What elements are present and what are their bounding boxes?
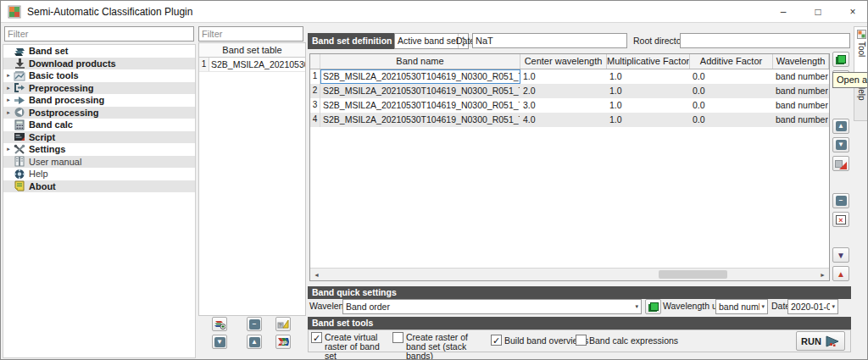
sidebar-item-script[interactable]: Script: [3, 131, 195, 144]
scroll-right-icon[interactable]: ►: [816, 272, 829, 278]
tab-tool[interactable]: Tool: [854, 26, 868, 75]
script-icon: [14, 131, 25, 142]
wavelength-unit-combobox[interactable]: band number ▾: [715, 299, 768, 314]
expand-arrow-icon[interactable]: ▸: [3, 109, 14, 116]
date-field[interactable]: [472, 33, 627, 48]
col-band-name[interactable]: Band name: [320, 54, 520, 69]
maximize-button[interactable]: □: [804, 1, 832, 23]
cell-additive-factor[interactable]: 0.0: [690, 84, 773, 98]
import-band-set-button[interactable]: ▼: [832, 247, 849, 263]
sidebar-item-help[interactable]: Help: [3, 168, 195, 180]
checkbox-icon[interactable]: ✓: [311, 332, 322, 343]
sidebar-filter-input[interactable]: [4, 26, 194, 42]
table-row[interactable]: 4 S2B_MSIL2A_20210530T104619_N0300_R051_…: [310, 113, 829, 127]
open-file-button[interactable]: [832, 52, 849, 67]
checkbox-icon[interactable]: ✓: [491, 335, 502, 346]
chevron-down-icon: ▾: [635, 303, 638, 310]
sidebar-item-preprocessing[interactable]: ▸ Preprocessing: [3, 82, 195, 95]
cell-additive-factor[interactable]: 0.0: [690, 113, 773, 127]
cell-wavelength[interactable]: band number: [773, 98, 829, 113]
help-icon: [14, 169, 25, 180]
create-virtual-raster-checkbox[interactable]: ✓ Create virtual raster of band set: [311, 332, 389, 360]
sidebar-item-band-calc[interactable]: Band calc: [3, 119, 195, 131]
band-processing-icon: [14, 95, 25, 106]
cell-multiplicative-factor[interactable]: 1.0: [607, 84, 690, 98]
quick-date-combobox[interactable]: 2020-01-01 ▾: [787, 299, 838, 314]
expand-arrow-icon[interactable]: ▸: [3, 72, 14, 79]
move-band-up-button[interactable]: ▲: [832, 119, 849, 134]
move-band-set-up-button[interactable]: ▲: [247, 335, 262, 349]
checkbox-icon[interactable]: [576, 335, 587, 346]
sort-bands-by-name-button[interactable]: [832, 156, 849, 171]
sidebar-item-user-manual[interactable]: User manual: [3, 156, 195, 169]
cell-band-name[interactable]: S2B_MSIL2A_20210530T104619_N0300_R051_T3…: [320, 84, 520, 98]
cell-wavelength[interactable]: band number: [773, 84, 829, 98]
cell-band-name[interactable]: S2B_MSIL2A_20210530T104619_N0300_R051_T3…: [320, 113, 520, 127]
open-file-icon: [648, 302, 659, 313]
user-manual-icon: [14, 156, 25, 167]
cell-multiplicative-factor[interactable]: 1.0: [607, 113, 690, 127]
run-button[interactable]: RUN: [796, 331, 845, 351]
chevron-down-icon: ▾: [832, 303, 835, 310]
move-band-set-down-button[interactable]: ▼: [212, 335, 227, 349]
move-up-icon: ▲: [836, 121, 847, 131]
open-file-icon: [835, 54, 847, 65]
cell-band-name[interactable]: S2B_MSIL2A_20210530T104619_N0300_R051_T3…: [320, 98, 520, 113]
col-additive-factor[interactable]: Additive Factor: [690, 54, 773, 69]
sidebar-item-basic-tools[interactable]: ▸ Basic tools: [3, 69, 195, 82]
export-band-set-button[interactable]: ▲: [832, 266, 849, 281]
clear-table-button[interactable]: ×: [832, 212, 849, 227]
scroll-left-icon[interactable]: ◄: [310, 272, 323, 278]
expand-arrow-icon[interactable]: ▸: [3, 146, 14, 152]
cell-additive-factor[interactable]: 0.0: [690, 98, 773, 113]
table-row[interactable]: 1 S2B_MSIL2A_20210530T104619_N0300_R051_…: [310, 69, 829, 84]
cell-wavelength[interactable]: band number: [773, 69, 829, 84]
sidebar-item-settings[interactable]: ▸ Settings: [3, 143, 195, 156]
expand-arrow-icon[interactable]: ▸: [3, 85, 14, 91]
rgb-bands-button[interactable]: rgb: [275, 335, 291, 349]
horizontal-scrollbar[interactable]: ◄ ►: [310, 268, 829, 280]
cell-multiplicative-factor[interactable]: 1.0: [607, 69, 690, 84]
build-band-overviews-checkbox[interactable]: ✓ Build band overviews: [491, 335, 589, 346]
sidebar-item-postprocessing[interactable]: ▸ Postprocessing: [3, 107, 195, 119]
cell-center-wavelength[interactable]: 4.0: [520, 113, 607, 127]
close-button[interactable]: ×: [838, 1, 867, 23]
expand-arrow-icon[interactable]: ▸: [3, 97, 14, 103]
sidebar-item-about[interactable]: About: [3, 180, 195, 193]
open-wavelength-file-button[interactable]: [645, 299, 661, 314]
cell-center-wavelength[interactable]: 2.0: [520, 84, 607, 98]
cell-center-wavelength[interactable]: 1.0: [520, 69, 607, 84]
table-row[interactable]: 3 S2B_MSIL2A_20210530T104619_N0300_R051_…: [310, 98, 829, 113]
create-raster-stack-checkbox[interactable]: Create raster of band set (stack bands): [392, 332, 487, 360]
add-band-set-icon: [214, 318, 225, 330]
sort-band-sets-button[interactable]: ?: [275, 317, 291, 331]
table-row[interactable]: 2 S2B_MSIL2A_20210530T104619_N0300_R051_…: [310, 84, 829, 98]
cell-band-name[interactable]: S2B_MSIL2A_20210530T104619_N0300_R051_T3…: [320, 69, 520, 84]
active-band-set-value: Active band set 1: [395, 34, 458, 48]
bandset-row[interactable]: 1 S2B_MSIL2A_20210530T10...: [199, 58, 305, 72]
minimize-button[interactable]: –: [769, 1, 798, 23]
col-wavelength[interactable]: Wavelength: [773, 54, 829, 69]
title-bar: Semi-Automatic Classification Plugin – □…: [1, 1, 867, 23]
bandset-row-name[interactable]: S2B_MSIL2A_20210530T10...: [209, 58, 305, 71]
col-center-wavelength[interactable]: Center wavelength: [520, 54, 607, 69]
col-multiplicative-factor[interactable]: Multiplicative Factor: [607, 54, 690, 69]
cell-additive-factor[interactable]: 0.0: [690, 69, 773, 84]
cell-center-wavelength[interactable]: 3.0: [520, 98, 607, 113]
remove-band-set-button[interactable]: −: [247, 317, 262, 331]
sidebar-item-band-processing[interactable]: ▸ Band processing: [3, 94, 195, 107]
band-calc-expressions-checkbox[interactable]: Band calc expressions: [576, 335, 681, 346]
cell-multiplicative-factor[interactable]: 1.0: [607, 98, 690, 113]
move-band-down-button[interactable]: ▼: [832, 137, 849, 152]
sort-band-sets-icon: ?: [277, 318, 289, 330]
sidebar-item-band-set[interactable]: Band set: [3, 45, 195, 58]
cell-wavelength[interactable]: band number: [773, 113, 829, 127]
remove-band-button[interactable]: −: [832, 193, 849, 208]
scrollbar-thumb[interactable]: [659, 270, 727, 279]
bandset-filter-input[interactable]: [198, 26, 303, 42]
root-directory-field[interactable]: [680, 33, 850, 48]
add-band-set-button[interactable]: [212, 317, 227, 331]
checkbox-icon[interactable]: [392, 332, 403, 343]
wavelength-combobox[interactable]: Band order ▾: [342, 299, 642, 314]
sidebar-item-download-products[interactable]: Download products: [3, 58, 195, 70]
